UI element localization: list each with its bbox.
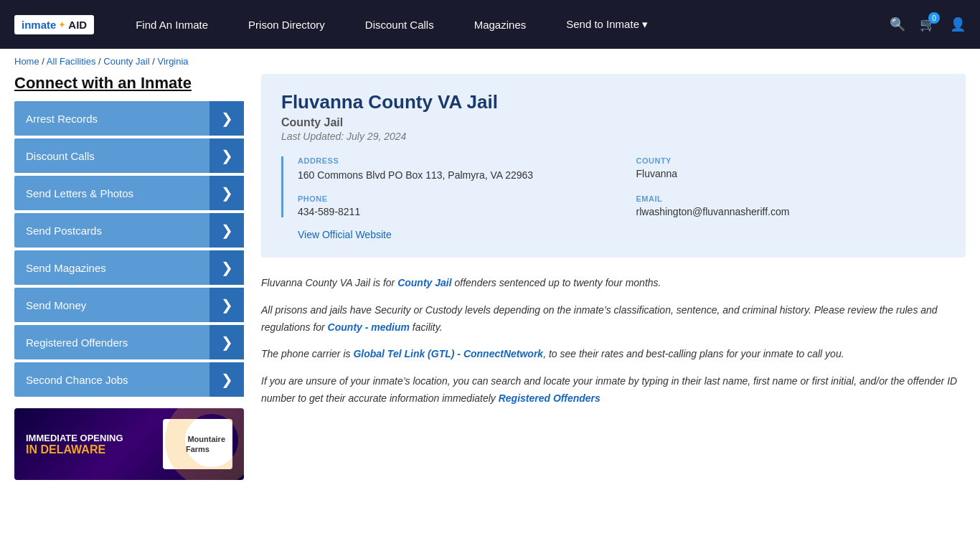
second-chance-jobs-label: Second Chance Jobs xyxy=(26,374,128,386)
desc-registered-offenders-link[interactable]: Registered Offenders xyxy=(499,392,600,404)
breadcrumb-county-jail[interactable]: County Jail xyxy=(103,56,149,67)
breadcrumb-home[interactable]: Home xyxy=(14,56,39,67)
county-label: COUNTY xyxy=(636,156,946,165)
phone-label: PHONE xyxy=(298,194,608,203)
county-block: COUNTY Fluvanna xyxy=(636,156,946,183)
ad-banner[interactable]: IMMEDIATE OPENING IN DELAWARE Mountaire … xyxy=(14,408,244,480)
sidebar-btn-second-chance-jobs[interactable]: Second Chance Jobs ❯ xyxy=(14,362,244,397)
logo-inmate-text: inmate xyxy=(22,19,56,31)
breadcrumb-all-facilities[interactable]: All Facilities xyxy=(47,56,96,67)
send-letters-arrow: ❯ xyxy=(209,176,244,210)
content-area: Fluvanna County VA Jail County Jail Last… xyxy=(261,74,966,480)
desc-para4: If you are unsure of your inmate’s locat… xyxy=(261,373,966,408)
breadcrumb: Home / All Facilities / County Jail / Vi… xyxy=(0,49,980,74)
search-button[interactable]: 🔍 xyxy=(890,17,905,32)
nav-magazines[interactable]: Magazines xyxy=(454,0,547,49)
nav-discount-calls[interactable]: Discount Calls xyxy=(345,0,454,49)
desc-para2: All prisons and jails have Security or C… xyxy=(261,302,966,336)
info-grid: ADDRESS 160 Commons Blvd PO Box 113, Pal… xyxy=(281,156,946,217)
desc-para2-end: facility. xyxy=(410,321,443,333)
user-button[interactable]: 👤 xyxy=(950,17,966,32)
send-magazines-label: Send Magazines xyxy=(26,262,106,274)
registered-offenders-label: Registered Offenders xyxy=(26,336,128,349)
email-label: EMAIL xyxy=(636,194,946,203)
arrest-records-arrow: ❯ xyxy=(209,101,244,136)
send-letters-label: Send Letters & Photos xyxy=(26,187,133,199)
logo[interactable]: inmate ✦ AID xyxy=(14,15,94,34)
desc-county-jail-link[interactable]: County Jail xyxy=(397,277,451,288)
navbar: inmate ✦ AID Find An Inmate Prison Direc… xyxy=(0,0,980,49)
search-icon: 🔍 xyxy=(890,17,905,32)
sidebar-title: Connect with an Inmate xyxy=(14,74,244,93)
desc-para3: The phone carrier is Global Tel Link (GT… xyxy=(261,346,966,363)
desc-gtl-link[interactable]: Global Tel Link (GTL) - ConnectNetwork xyxy=(353,348,543,359)
sidebar-btn-registered-offenders[interactable]: Registered Offenders ❯ xyxy=(14,325,244,359)
logo-bird-icon: ✦ xyxy=(58,19,66,30)
sidebar-btn-send-magazines[interactable]: Send Magazines ❯ xyxy=(14,250,244,285)
cart-button[interactable]: 🛒 0 xyxy=(920,17,936,32)
nav-prison-directory[interactable]: Prison Directory xyxy=(228,0,345,49)
ad-line2: IN DELAWARE xyxy=(26,443,163,456)
ad-content: IMMEDIATE OPENING IN DELAWARE xyxy=(26,433,163,456)
sidebar-btn-arrest-records[interactable]: Arrest Records ❯ xyxy=(14,101,244,136)
facility-type: County Jail xyxy=(281,116,946,129)
address-label: ADDRESS xyxy=(298,156,608,165)
ad-arc-decoration xyxy=(165,408,244,480)
desc-para3-end: , to see their rates and best-calling pl… xyxy=(543,348,844,359)
second-chance-jobs-arrow: ❯ xyxy=(209,362,244,397)
send-postcards-arrow: ❯ xyxy=(209,213,244,248)
county-value: Fluvanna xyxy=(636,168,946,179)
nav-find-inmate[interactable]: Find An Inmate xyxy=(116,0,228,49)
facility-card: Fluvanna County VA Jail County Jail Last… xyxy=(261,74,966,258)
discount-calls-arrow: ❯ xyxy=(209,138,244,173)
sidebar: Connect with an Inmate Arrest Records ❯ … xyxy=(14,74,244,480)
main-layout: Connect with an Inmate Arrest Records ❯ … xyxy=(0,74,980,494)
arrest-records-label: Arrest Records xyxy=(26,113,98,125)
desc-para1: Fluvanna County VA Jail is for County Ja… xyxy=(261,275,966,292)
sidebar-btn-send-postcards[interactable]: Send Postcards ❯ xyxy=(14,213,244,248)
nav-icons: 🔍 🛒 0 👤 xyxy=(890,17,966,32)
nav-links: Find An Inmate Prison Directory Discount… xyxy=(116,0,890,49)
desc-para1-start: Fluvanna County VA Jail is for xyxy=(261,277,397,288)
discount-calls-label: Discount Calls xyxy=(26,150,95,162)
official-link-row: View Official Website xyxy=(281,229,946,240)
desc-para1-end: offenders sentenced up to twenty four mo… xyxy=(452,277,661,288)
ad-line1: IMMEDIATE OPENING xyxy=(26,433,163,443)
email-block: EMAIL rlwashington@fluvannasheriff.com xyxy=(636,194,946,217)
official-website-link[interactable]: View Official Website xyxy=(298,229,392,240)
sidebar-btn-send-money[interactable]: Send Money ❯ xyxy=(14,288,244,322)
sidebar-btn-send-letters[interactable]: Send Letters & Photos ❯ xyxy=(14,176,244,210)
breadcrumb-state[interactable]: Virginia xyxy=(157,56,188,67)
desc-county-medium-link[interactable]: County - medium xyxy=(328,321,410,333)
facility-last-updated: Last Updated: July 29, 2024 xyxy=(281,131,946,142)
phone-block: PHONE 434-589-8211 xyxy=(298,194,608,217)
nav-send-to-inmate[interactable]: Send to Inmate ▾ xyxy=(546,0,668,49)
logo-aid-text: AID xyxy=(68,19,87,31)
desc-para3-start: The phone carrier is xyxy=(261,348,353,359)
send-postcards-label: Send Postcards xyxy=(26,225,102,237)
address-block: ADDRESS 160 Commons Blvd PO Box 113, Pal… xyxy=(298,156,608,183)
send-money-arrow: ❯ xyxy=(209,288,244,322)
user-icon: 👤 xyxy=(950,17,966,32)
sidebar-btn-discount-calls[interactable]: Discount Calls ❯ xyxy=(14,138,244,173)
phone-value: 434-589-8211 xyxy=(298,206,608,217)
address-value: 160 Commons Blvd PO Box 113, Palmyra, VA… xyxy=(298,168,608,183)
cart-badge: 0 xyxy=(928,12,940,24)
email-value: rlwashington@fluvannasheriff.com xyxy=(636,206,946,217)
send-money-label: Send Money xyxy=(26,299,86,311)
description-area: Fluvanna County VA Jail is for County Ja… xyxy=(261,272,966,420)
send-magazines-arrow: ❯ xyxy=(209,250,244,285)
desc-para4-start: If you are unsure of your inmate’s locat… xyxy=(261,375,957,404)
facility-name: Fluvanna County VA Jail xyxy=(281,91,946,113)
registered-offenders-arrow: ❯ xyxy=(209,325,244,359)
